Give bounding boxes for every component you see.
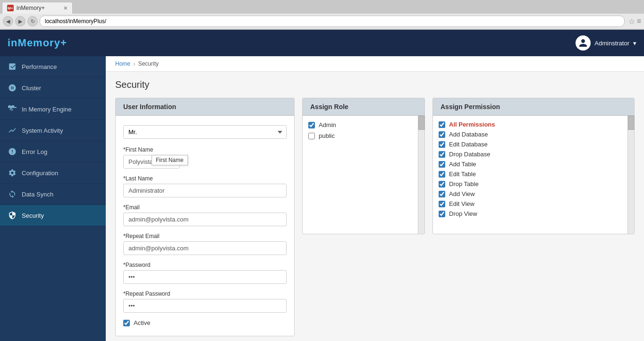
address-bar[interactable] (40, 16, 625, 27)
system-activity-icon (8, 126, 17, 135)
perm-edit-db-checkbox[interactable] (439, 141, 445, 148)
perm-item-drop-table: Drop Table (435, 179, 632, 189)
browser-chrome: M+ inMemory+ × ◀ ▶ ↻ ☆ ≡ (0, 0, 644, 30)
repeat-email-input[interactable] (123, 241, 287, 255)
sidebar-item-error-log[interactable]: Error Log (0, 141, 106, 162)
repeat-password-label: *Repeat Password (123, 290, 287, 297)
sidebar-item-data-synch[interactable]: Data Synch (0, 184, 106, 205)
sidebar-item-configuration[interactable]: Configuration (0, 162, 106, 184)
perm-item-all: All Permissions (435, 119, 632, 129)
content-area: Home › Security Security User Informatio… (106, 56, 644, 341)
perm-drop-table-label: Drop Table (449, 180, 479, 188)
first-name-tooltip-wrapper: First Name (123, 155, 287, 169)
menu-icon[interactable]: ≡ (637, 17, 641, 26)
breadcrumb: Home › Security (106, 56, 644, 72)
perm-add-db-checkbox[interactable] (439, 131, 445, 138)
perm-edit-view-checkbox[interactable] (439, 201, 445, 207)
breadcrumb-home[interactable]: Home (115, 60, 130, 67)
sidebar-item-memory-engine[interactable]: In Memory Engine (0, 99, 106, 120)
role-scrollbar[interactable] (418, 116, 424, 234)
perm-drop-table-checkbox[interactable] (439, 181, 445, 188)
security-icon (8, 211, 17, 220)
memory-engine-icon (8, 104, 17, 114)
password-input[interactable] (123, 270, 287, 284)
bookmark-icon[interactable]: ☆ (628, 17, 635, 26)
active-checkbox[interactable] (123, 320, 130, 326)
perm-add-view-checkbox[interactable] (439, 191, 445, 197)
first-name-tooltip: First Name (152, 155, 188, 165)
sidebar-item-security[interactable]: Security (0, 205, 106, 226)
perm-edit-view-label: Edit View (449, 200, 475, 207)
perm-all-checkbox[interactable] (439, 121, 445, 128)
perm-drop-db-checkbox[interactable] (439, 151, 445, 158)
last-name-label: *Last Name (123, 175, 287, 182)
sidebar-label-security: Security (22, 212, 44, 219)
sidebar-label-cluster: Cluster (22, 85, 41, 92)
title-select-wrapper: Mr. Mrs. Ms. Dr. (123, 125, 287, 139)
repeat-email-group: *Repeat Email (123, 233, 287, 255)
last-name-input[interactable] (123, 184, 287, 197)
username-label: Adminstrator (594, 40, 629, 47)
assign-permission-header: Assign Permission (433, 98, 634, 116)
back-button[interactable]: ◀ (3, 16, 13, 26)
tab-title: inMemory+ (17, 5, 45, 11)
app-logo: inMemory+ (8, 37, 67, 49)
active-label: Active (134, 319, 150, 326)
page-title: Security (115, 79, 635, 90)
sidebar-label-configuration: Configuration (22, 170, 58, 177)
perm-drop-view-checkbox[interactable] (439, 211, 445, 217)
title-select[interactable]: Mr. Mrs. Ms. Dr. (123, 125, 287, 139)
perm-add-db-label: Add Database (449, 131, 488, 138)
sidebar-item-performance[interactable]: Performance (0, 56, 106, 77)
perm-add-table-label: Add Table (449, 161, 476, 168)
first-name-label: *First Name (123, 146, 287, 153)
sidebar-item-cluster[interactable]: Cluster (0, 77, 106, 99)
perm-item-add-table: Add Table (435, 159, 632, 169)
perm-scrollbar[interactable] (627, 116, 634, 234)
role-item-admin: Admin (305, 119, 423, 130)
perm-edit-table-checkbox[interactable] (439, 171, 445, 178)
perm-all-label: All Permissions (449, 121, 495, 128)
user-info-body: Mr. Mrs. Ms. Dr. *First Name (116, 116, 294, 336)
user-dropdown-icon[interactable]: ▾ (633, 40, 636, 47)
role-public-checkbox[interactable] (308, 133, 315, 139)
sidebar-label-error-log: Error Log (22, 148, 47, 155)
error-log-icon (8, 147, 17, 156)
sidebar-label-system-activity: System Activity (22, 127, 63, 134)
first-name-group: *First Name First Name (123, 146, 287, 169)
perm-scroll-thumb[interactable] (628, 116, 635, 130)
repeat-password-group: *Repeat Password (123, 290, 287, 313)
breadcrumb-current: Security (138, 60, 159, 67)
email-group: *Email (123, 204, 287, 226)
perm-drop-view-label: Drop View (449, 210, 477, 217)
browser-tab[interactable]: M+ inMemory+ × (2, 2, 73, 14)
email-input[interactable] (123, 213, 287, 226)
refresh-button[interactable]: ↻ (27, 16, 38, 26)
password-label: *Password (123, 262, 287, 268)
cluster-icon (8, 83, 17, 93)
sidebar-label-memory-engine: In Memory Engine (22, 106, 72, 113)
perm-drop-db-label: Drop Database (449, 151, 490, 158)
perm-add-view-label: Add View (449, 190, 475, 197)
app-header: inMemory+ Adminstrator ▾ (0, 30, 644, 56)
app-wrapper: inMemory+ Adminstrator ▾ Performance (0, 30, 644, 341)
user-avatar (576, 35, 591, 51)
repeat-email-label: *Repeat Email (123, 233, 287, 239)
role-scroll-thumb[interactable] (418, 116, 425, 130)
sidebar-label-data-synch: Data Synch (22, 191, 53, 198)
role-admin-checkbox[interactable] (308, 122, 315, 128)
role-admin-label: Admin (319, 121, 336, 128)
configuration-icon (8, 168, 17, 178)
perm-item-edit-view: Edit View (435, 199, 632, 209)
permission-list: All Permissions Add Database Edit Databa… (433, 116, 634, 222)
assign-permission-body: All Permissions Add Database Edit Databa… (433, 116, 634, 234)
repeat-password-input[interactable] (123, 299, 287, 313)
perm-edit-table-label: Edit Table (449, 170, 476, 178)
forward-button[interactable]: ▶ (15, 16, 25, 26)
user-info-header: User Information (116, 98, 294, 116)
tab-close-button[interactable]: × (64, 4, 68, 12)
sidebar-item-system-activity[interactable]: System Activity (0, 120, 106, 141)
perm-add-table-checkbox[interactable] (439, 161, 445, 168)
data-synch-icon (8, 189, 17, 199)
role-public-label: public (319, 132, 335, 139)
